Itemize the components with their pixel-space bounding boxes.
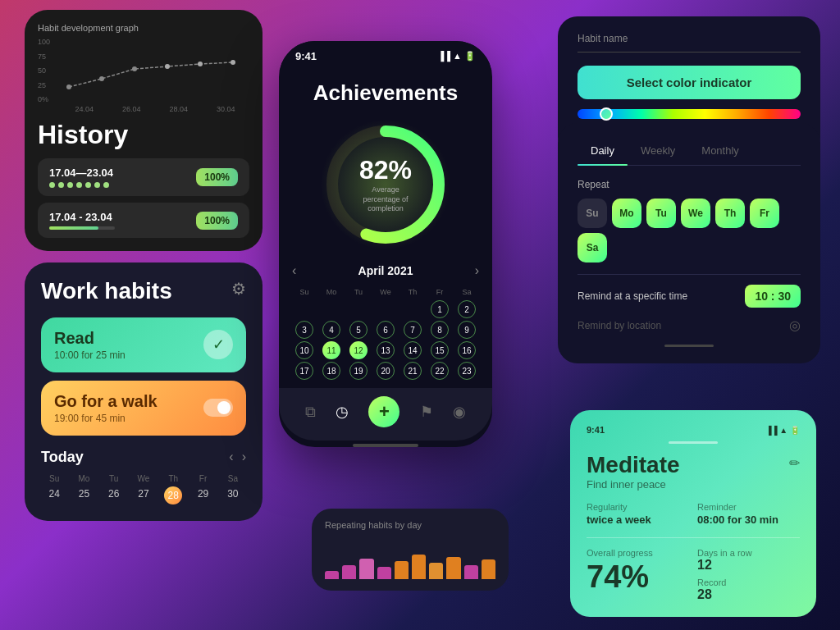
day-btn-fr[interactable]: Fr [750, 199, 779, 228]
chart-icon[interactable]: ◷ [336, 403, 349, 421]
repeating-habits-card: Repeating habits by day [312, 509, 509, 591]
graph-y-labels: 100 75 50 25 0% [38, 38, 50, 103]
habit-card-walk[interactable]: Go for a walk 19:00 for 45 min [41, 381, 246, 436]
location-label: Remind by location [578, 320, 661, 331]
color-indicator [600, 107, 613, 121]
flag-icon[interactable]: ⚑ [420, 403, 433, 421]
day-btn-tu[interactable]: Tu [646, 199, 676, 228]
edit-icon[interactable]: ✏ [789, 455, 800, 471]
day-btn-th[interactable]: Th [715, 199, 745, 228]
calendar-nav[interactable]: ‹ › [229, 450, 246, 464]
today-section: Today ‹ › Su Mo Tu We Th Fr Sa 24 25 26 … [41, 449, 246, 504]
progress-bar-track [49, 226, 115, 230]
graph-svg [61, 38, 249, 103]
read-habit-time: 10:00 for 25 min [54, 349, 126, 361]
calendar-mini: Su Mo Tu We Th Fr Sa 24 25 26 27 28 29 3… [41, 474, 246, 504]
graph-area: 100 75 50 25 0% [38, 38, 249, 103]
meditate-title: Meditate [587, 452, 680, 478]
profile-icon[interactable]: ◉ [453, 403, 466, 421]
bar-6 [412, 555, 426, 579]
history-row-1: 17.04—23.04 100% [38, 158, 249, 196]
days-in-row-label: Days in a row [697, 548, 800, 558]
achievements-title: Achievements [279, 71, 492, 119]
phone-time: 9:41 [295, 50, 317, 62]
dot [76, 182, 82, 188]
repeat-label: Repeat [578, 179, 801, 190]
fab-add-button[interactable]: + [368, 396, 399, 427]
read-check-icon[interactable]: ✓ [203, 330, 233, 359]
day-btn-su[interactable]: Su [578, 199, 607, 228]
donut-chart: 82% Average percentage of completion [320, 119, 451, 250]
home-indicator-small [664, 345, 714, 347]
tab-daily[interactable]: Daily [578, 139, 628, 165]
meditate-phone-icons: ▐▐ ▲ 🔋 [765, 426, 800, 435]
habit-card-read[interactable]: Read 10:00 for 25 min ✓ [41, 317, 246, 372]
donut-subtitle: Average percentage of completion [353, 185, 418, 214]
schedule-tabs: Daily Weekly Monthly [578, 139, 801, 166]
calendar-grid: Su Mo Tu We Th Fr Sa 1 2 3 4 5 6 7 8 9 1… [292, 286, 479, 380]
schedule-card: Daily Weekly Monthly Repeat Su Mo Tu We … [558, 123, 820, 363]
svg-point-3 [165, 64, 170, 69]
graph-x-labels: 24.04 26.04 28.04 30.04 [38, 105, 249, 113]
copy-icon[interactable]: ⧉ [305, 404, 316, 421]
phone-bottom-bar: ⧉ ◷ + ⚑ ◉ [279, 388, 492, 441]
walk-habit-time: 19:00 for 45 min [54, 413, 158, 424]
phone-home-indicator [353, 444, 418, 447]
remind-label: Remind at a specific time [578, 290, 687, 302]
bar-7 [429, 563, 443, 579]
day-btn-mo[interactable]: Mo [612, 199, 641, 228]
svg-point-0 [66, 84, 71, 89]
next-arrow-icon[interactable]: › [242, 450, 246, 464]
regularity-value: twice a week [587, 514, 689, 526]
remind-time-row: Remind at a specific time 10 : 30 [578, 274, 801, 308]
tab-monthly[interactable]: Monthly [688, 139, 752, 165]
meditate-phone-header: 9:41 ▐▐ ▲ 🔋 [587, 425, 800, 435]
progress-bar-fill [49, 226, 98, 230]
record-value: 28 [697, 587, 800, 602]
meditate-phone-time: 9:41 [587, 425, 605, 435]
dot [49, 182, 55, 188]
walk-habit-name: Go for a walk [54, 392, 158, 411]
tab-weekly[interactable]: Weekly [628, 139, 688, 165]
bar-2 [342, 565, 356, 580]
work-habits-header: Work habits ⚙ [41, 279, 246, 304]
today-title: Today [41, 449, 84, 466]
bar-5 [395, 561, 409, 580]
bar-9 [464, 565, 478, 580]
time-badge[interactable]: 10 : 30 [745, 285, 801, 308]
phone-notch: 9:41 ▐▐ ▲ 🔋 [279, 41, 492, 71]
location-row: Remind by location ◎ [578, 317, 801, 333]
days-in-row-value: 12 [697, 558, 800, 573]
color-bar[interactable] [578, 109, 801, 119]
history-badge-2: 100% [196, 212, 238, 230]
meditate-divider [587, 537, 800, 538]
location-icon[interactable]: ◎ [789, 317, 801, 333]
meditate-progress-section: Overall progress 74% Days in a row 12 Re… [587, 548, 800, 602]
record-label: Record [697, 578, 800, 587]
history-period-1: 17.04—23.04 [49, 167, 113, 179]
day-btn-sa[interactable]: Sa [578, 233, 607, 262]
bar-4 [377, 567, 391, 579]
bar-8 [446, 557, 460, 580]
day-btn-we[interactable]: We [681, 199, 710, 228]
cal-prev-icon[interactable]: ‹ [292, 263, 296, 278]
dot [58, 182, 64, 188]
cal-next-icon[interactable]: › [475, 263, 479, 278]
gear-icon[interactable]: ⚙ [231, 279, 246, 299]
history-period-2: 17.04 - 23.04 [49, 211, 115, 223]
color-selector-btn[interactable]: Select color indicator [578, 66, 801, 99]
walk-toggle[interactable] [203, 399, 233, 417]
meditate-stats: Regularity twice a week Reminder 08:00 f… [587, 502, 800, 526]
prev-arrow-icon[interactable]: ‹ [229, 450, 233, 464]
work-habits-title: Work habits [41, 279, 172, 304]
history-card: Habit development graph 100 75 50 25 0% … [25, 10, 262, 251]
work-habits-card: Work habits ⚙ Read 10:00 for 25 min ✓ Go… [25, 262, 262, 521]
dot [67, 182, 73, 188]
bar-3 [359, 559, 373, 579]
color-selector-label: Select color indicator [627, 75, 752, 89]
svg-point-1 [99, 76, 104, 81]
calendar-section: ‹ April 2021 › Su Mo Tu We Th Fr Sa 1 2 … [279, 263, 492, 388]
days-selector: Su Mo Tu We Th Fr Sa [578, 199, 801, 262]
dot [85, 182, 91, 188]
meditate-card: 9:41 ▐▐ ▲ 🔋 Meditate Find inner peace ✏ … [570, 410, 816, 617]
